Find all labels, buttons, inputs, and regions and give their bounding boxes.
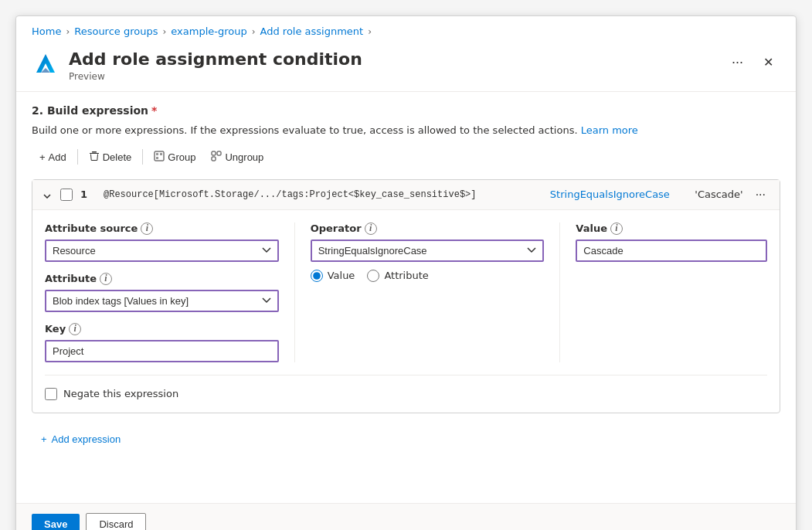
add-expression-button[interactable]: + Add expression: [35, 429, 127, 450]
attribute-select[interactable]: Blob index tags [Values in key] Containe…: [45, 290, 279, 312]
header-more-button[interactable]: ···: [725, 51, 749, 73]
value-type-radio-group: Value Attribute: [311, 270, 545, 282]
add-button[interactable]: + Add: [32, 148, 74, 166]
ungroup-icon: [211, 151, 222, 164]
attribute-info-icon[interactable]: i: [100, 273, 112, 285]
svg-rect-4: [155, 151, 164, 161]
attribute-source-label: Attribute source i: [45, 223, 279, 235]
breadcrumb-home[interactable]: Home: [32, 25, 61, 37]
value-info-icon[interactable]: i: [610, 223, 623, 235]
expression-code: @Resource[Microsoft.Storage/.../tags:Pro…: [104, 189, 542, 200]
section-title: 2. Build expression *: [32, 104, 780, 117]
breadcrumb-add-role-assignment[interactable]: Add role assignment: [260, 25, 364, 37]
ungroup-button[interactable]: Ungroup: [203, 148, 271, 167]
negate-checkbox[interactable]: [45, 388, 57, 400]
operator-info-icon[interactable]: i: [365, 223, 377, 235]
svg-rect-8: [212, 151, 216, 155]
add-expression-icon: +: [41, 433, 47, 445]
group-label: Group: [168, 151, 195, 163]
attribute-source-info-icon[interactable]: i: [141, 223, 153, 235]
expression-header: 1 @Resource[Microsoft.Storage/.../tags:P…: [32, 180, 780, 210]
breadcrumb-sep-3: ›: [252, 26, 256, 37]
expression-operator-badge: StringEqualsIgnoreCase: [550, 189, 670, 200]
section-desc-text: Build one or more expressions. If the ex…: [32, 124, 578, 136]
breadcrumb-sep-2: ›: [162, 26, 166, 37]
collapse-button[interactable]: [42, 187, 53, 202]
radio-attribute-label: Attribute: [384, 270, 428, 281]
save-button[interactable]: Save: [32, 514, 80, 530]
close-button[interactable]: ✕: [756, 49, 780, 74]
required-marker: *: [151, 104, 157, 117]
add-expression-label: Add expression: [52, 433, 121, 445]
preview-label: Preview: [69, 71, 725, 82]
svg-rect-2: [90, 153, 99, 154]
radio-value-option[interactable]: Value: [311, 270, 355, 282]
svg-rect-10: [212, 157, 216, 161]
add-expression-row: + Add expression: [32, 423, 780, 456]
key-input[interactable]: [45, 340, 279, 362]
attribute-label: Attribute i: [45, 273, 279, 285]
expression-number: 1: [80, 189, 96, 200]
operator-select[interactable]: StringEqualsIgnoreCase StringEquals Stri…: [311, 240, 545, 262]
radio-value-label: Value: [328, 270, 355, 281]
negate-section: Negate this expression: [45, 388, 767, 400]
expression-more-button[interactable]: ···: [751, 186, 770, 203]
expression-value-badge: 'Cascade': [695, 189, 742, 200]
toolbar: + Add Delete: [32, 148, 780, 167]
breadcrumb: Home › Resource groups › example-group ›…: [16, 16, 796, 43]
toolbar-separator-1: [77, 149, 78, 165]
value-label: Value i: [576, 223, 767, 235]
modal-container: Home › Resource groups › example-group ›…: [15, 15, 797, 530]
azure-logo-icon: [32, 51, 59, 79]
expression-container: 1 @Resource[Microsoft.Storage/.../tags:P…: [32, 179, 780, 413]
modal-content: 2. Build expression * Build one or more …: [16, 92, 796, 503]
group-button[interactable]: Group: [146, 148, 203, 167]
add-icon: +: [39, 151, 46, 163]
breadcrumb-sep-4: ›: [368, 26, 372, 37]
breadcrumb-sep-1: ›: [66, 26, 70, 37]
svg-rect-6: [160, 153, 162, 155]
learn-more-link[interactable]: Learn more: [581, 124, 638, 136]
header-actions: ··· ✕: [725, 49, 780, 74]
key-info-icon[interactable]: i: [69, 323, 81, 335]
delete-button[interactable]: Delete: [81, 148, 140, 167]
negate-label: Negate this expression: [63, 388, 178, 399]
discard-button[interactable]: Discard: [86, 513, 146, 530]
header-title-area: Add role assignment condition Preview: [69, 49, 725, 82]
modal-footer: Save Discard: [16, 503, 796, 530]
svg-rect-7: [156, 157, 158, 159]
modal-header: Add role assignment condition Preview ··…: [16, 43, 796, 92]
expression-body: Attribute source i Resource Environment …: [32, 210, 780, 413]
add-label: Add: [49, 151, 66, 163]
expression-checkbox[interactable]: [60, 189, 73, 201]
radio-attribute-input[interactable]: [367, 270, 379, 282]
breadcrumb-resource-groups[interactable]: Resource groups: [74, 25, 158, 37]
group-icon: [154, 151, 165, 164]
svg-rect-5: [156, 153, 158, 155]
section-description: Build one or more expressions. If the ex…: [32, 123, 780, 138]
trash-icon: [89, 151, 100, 164]
attribute-source-select[interactable]: Resource Environment Principal Request: [45, 240, 279, 262]
modal-title: Add role assignment condition: [69, 49, 725, 70]
svg-rect-9: [217, 151, 221, 155]
attribute-source-group: Attribute source i Resource Environment …: [45, 223, 295, 362]
svg-rect-3: [92, 151, 97, 153]
breadcrumb-example-group[interactable]: example-group: [171, 25, 246, 37]
toolbar-separator-2: [142, 149, 143, 165]
radio-value-input[interactable]: [311, 270, 323, 282]
value-input[interactable]: [576, 240, 767, 262]
ungroup-label: Ungroup: [225, 151, 263, 163]
delete-label: Delete: [103, 151, 132, 163]
operator-label: Operator i: [311, 223, 545, 235]
value-group: Value i: [576, 223, 767, 362]
expression-fields: Attribute source i Resource Environment …: [45, 223, 767, 375]
operator-group: Operator i StringEqualsIgnoreCase String…: [311, 223, 561, 362]
radio-attribute-option[interactable]: Attribute: [367, 270, 428, 282]
section-step-label: 2. Build expression: [32, 104, 148, 117]
key-label: Key i: [45, 323, 279, 335]
